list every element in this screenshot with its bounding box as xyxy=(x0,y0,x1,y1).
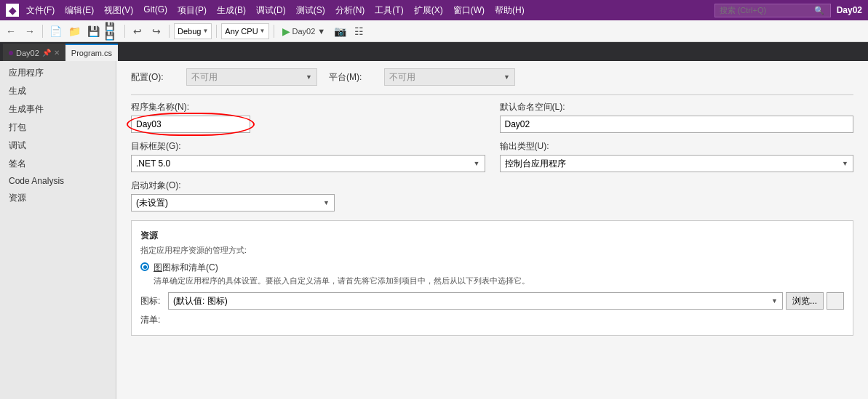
target-row: 目标框架(G): .NET 5.0 ▼ 输出类型(U): 控制台应用程序 ▼ xyxy=(131,140,853,172)
radio-icon-manifest-desc: 清单确定应用程序的具体设置。要嵌入自定义清单，请首先将它添加到项目中，然后从以下… xyxy=(154,275,530,286)
target-framework-select[interactable]: .NET 5.0 ▼ xyxy=(131,155,485,172)
run-icon: ▶ xyxy=(282,25,290,37)
form-row-1: 程序集名称(N): 默认命名空间(L): xyxy=(131,101,853,133)
list-label: 清单: xyxy=(140,315,160,325)
tab-program-cs[interactable]: Program.cs xyxy=(65,44,118,61)
platform-arrow-icon: ▼ xyxy=(260,28,266,34)
sidebar-item-sign[interactable]: 签名 xyxy=(0,155,116,173)
config-dropdown[interactable]: Debug ▼ xyxy=(174,23,212,39)
assembly-name-input[interactable] xyxy=(131,116,250,133)
save-all-btn[interactable]: 💾💾 xyxy=(104,23,120,39)
run-button[interactable]: ▶ Day02 ▼ xyxy=(279,24,330,39)
undo-btn[interactable]: ↩ xyxy=(130,23,146,39)
radio-icon-label-text: 图标和清单(C) xyxy=(162,262,218,273)
separator-1 xyxy=(131,94,853,95)
output-type-select[interactable]: 控制台应用程序 ▼ xyxy=(500,155,854,172)
run-arrow-icon: ▼ xyxy=(317,27,325,36)
form-col-assembly: 程序集名称(N): xyxy=(131,101,485,133)
tab-day02[interactable]: Day02 📌 ✕ xyxy=(3,44,65,61)
default-namespace-label: 默认命名空间(L): xyxy=(500,101,854,113)
target-framework-col: 目标框架(G): .NET 5.0 ▼ xyxy=(131,140,485,172)
open-btn[interactable]: 📁 xyxy=(66,23,82,39)
tab-dot-icon xyxy=(9,51,13,55)
assembly-name-circle-annotation xyxy=(131,116,250,133)
menu-test[interactable]: 测试(S) xyxy=(292,3,330,18)
platform-select-arrow-icon: ▼ xyxy=(503,73,510,81)
sidebar-item-build-events[interactable]: 生成事件 xyxy=(0,100,116,118)
menu-view[interactable]: 视图(V) xyxy=(100,3,138,18)
config-select-arrow-icon: ▼ xyxy=(306,73,312,81)
icon-select-wrapper: (默认值: 图标) ▼ 浏览... xyxy=(168,292,844,310)
menu-project[interactable]: 项目(P) xyxy=(173,3,211,18)
radio-icon-manifest-label: 图图标和清单(C) xyxy=(154,262,530,274)
sidebar-item-debug[interactable]: 调试 xyxy=(0,137,116,155)
sidebar: 应用程序 生成 生成事件 打包 调试 签名 Code Analysis 资源 xyxy=(0,61,116,399)
default-namespace-input[interactable] xyxy=(500,116,854,133)
content-area: 配置(O): 不可用 ▼ 平台(M): 不可用 ▼ 程序集名称(N): xyxy=(116,61,868,399)
search-box[interactable]: 🔍 xyxy=(714,4,831,17)
menu-help[interactable]: 帮助(H) xyxy=(490,3,529,18)
resources-desc: 指定应用程序资源的管理方式: xyxy=(140,245,844,256)
startup-obj-section: 启动对象(O): (未设置) ▼ xyxy=(131,180,853,211)
icon-select[interactable]: (默认值: 图标) ▼ xyxy=(168,292,783,310)
menu-analyze[interactable]: 分析(N) xyxy=(331,3,370,18)
icon-row: 图标: (默认值: 图标) ▼ 浏览... xyxy=(140,292,844,310)
config-label: 配置(O): xyxy=(131,71,175,84)
tab-day02-label: Day02 xyxy=(16,49,39,57)
toolbar-sep-3 xyxy=(169,25,170,38)
tab-day02-close[interactable]: ✕ xyxy=(54,49,60,57)
output-type-col: 输出类型(U): 控制台应用程序 ▼ xyxy=(500,140,854,172)
menu-edit[interactable]: 编辑(E) xyxy=(60,3,98,18)
menu-extensions[interactable]: 扩展(X) xyxy=(410,3,447,18)
assembly-name-label: 程序集名称(N): xyxy=(131,101,485,113)
pin-icon: 📌 xyxy=(42,49,51,57)
menu-debug[interactable]: 调试(D) xyxy=(252,3,290,18)
back-btn[interactable]: ← xyxy=(3,23,19,39)
sidebar-item-build[interactable]: 生成 xyxy=(0,82,116,100)
platform-dropdown[interactable]: Any CPU ▼ xyxy=(221,23,268,39)
redo-btn[interactable]: ↪ xyxy=(148,23,164,39)
save-btn[interactable]: 💾 xyxy=(85,23,101,39)
toolbar-sep-4 xyxy=(216,25,217,38)
title-bar: ◆ 文件(F) 编辑(E) 视图(V) Git(G) 项目(P) 生成(B) 调… xyxy=(0,0,868,20)
sidebar-item-package[interactable]: 打包 xyxy=(0,118,116,137)
output-type-label: 输出类型(U): xyxy=(500,140,854,153)
new-file-btn[interactable]: 📄 xyxy=(47,23,63,39)
sidebar-item-app[interactable]: 应用程序 xyxy=(0,64,116,82)
run-label: Day02 xyxy=(292,27,316,36)
radio-icon-manifest-circle[interactable] xyxy=(140,262,149,271)
menu-tools[interactable]: 工具(T) xyxy=(370,3,407,18)
vs-logo: ◆ xyxy=(6,4,19,17)
platform-select[interactable]: 不可用 ▼ xyxy=(384,68,515,86)
icon-preview xyxy=(827,292,844,310)
startup-obj-select[interactable]: (未设置) ▼ xyxy=(131,194,335,211)
radio-icon-manifest[interactable]: 图图标和清单(C) 清单确定应用程序的具体设置。要嵌入自定义清单，请首先将它添加… xyxy=(140,262,844,286)
toolbar-sep-5 xyxy=(274,25,274,38)
search-icon: 🔍 xyxy=(814,6,824,15)
config-row: 配置(O): 不可用 ▼ 平台(M): 不可用 ▼ xyxy=(131,68,853,86)
config-value: Debug xyxy=(178,27,201,36)
config-select[interactable]: 不可用 ▼ xyxy=(186,68,317,86)
tab-program-cs-label: Program.cs xyxy=(71,49,112,57)
menu-build[interactable]: 生成(B) xyxy=(212,3,250,18)
target-framework-arrow-icon: ▼ xyxy=(474,160,480,167)
layout-btn[interactable]: ☷ xyxy=(351,23,367,39)
project-title: Day02 xyxy=(837,5,862,15)
output-type-arrow-icon: ▼ xyxy=(842,160,848,167)
menu-file[interactable]: 文件(F) xyxy=(22,3,59,18)
config-disabled-value: 不可用 xyxy=(191,71,218,84)
icon-label: 图标: xyxy=(140,295,162,307)
platform-label: 平台(M): xyxy=(329,71,373,84)
camera-btn[interactable]: 📷 xyxy=(332,23,348,39)
radio-icon-underline: 图 xyxy=(154,262,162,273)
startup-obj-label: 启动对象(O): xyxy=(131,180,853,192)
sidebar-item-code-analysis[interactable]: Code Analysis xyxy=(0,173,116,189)
search-input[interactable] xyxy=(720,6,814,15)
browse-button[interactable]: 浏览... xyxy=(786,292,824,310)
menu-window[interactable]: 窗口(W) xyxy=(449,3,489,18)
config-arrow-icon: ▼ xyxy=(202,28,208,34)
icon-select-arrow-icon: ▼ xyxy=(771,297,778,305)
forward-btn[interactable]: → xyxy=(22,23,38,39)
sidebar-item-resources[interactable]: 资源 xyxy=(0,189,116,207)
menu-git[interactable]: Git(G) xyxy=(139,3,172,18)
